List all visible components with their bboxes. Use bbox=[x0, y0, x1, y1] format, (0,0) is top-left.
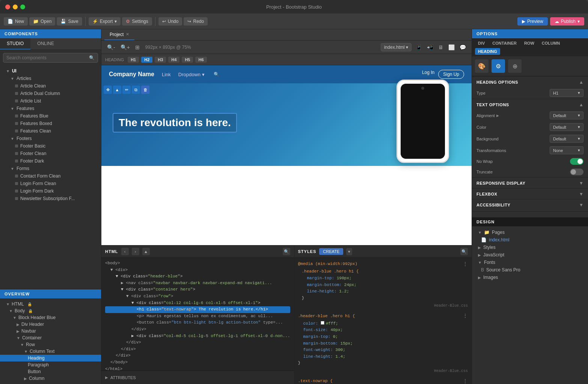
tree-login-form-dark[interactable]: Login Form Dark bbox=[0, 187, 101, 195]
design-index-html[interactable]: 📄 index.html bbox=[472, 236, 588, 244]
tree-newsletter-sub[interactable]: Newsletter Subscription F... bbox=[0, 195, 101, 202]
tree-footer-clean[interactable]: Footer Clean bbox=[0, 150, 101, 157]
tree-footer-dark[interactable]: Footer Dark bbox=[0, 157, 101, 165]
h5-button[interactable]: H5 bbox=[182, 57, 193, 63]
desktop-view-button[interactable]: 🖥 bbox=[436, 43, 445, 51]
tree-footer-basic[interactable]: Footer Basic bbox=[0, 142, 101, 150]
plus-circle-button[interactable]: ⊕ bbox=[508, 59, 522, 73]
ov-paragraph[interactable]: Paragraph bbox=[0, 361, 101, 368]
tree-features-category[interactable]: ▼ Features bbox=[0, 105, 101, 112]
tree-contact-form-clean[interactable]: Contact Form Clean bbox=[0, 172, 101, 180]
container-tab[interactable]: CONTAINER bbox=[489, 40, 520, 47]
h2-button[interactable]: H2 bbox=[141, 57, 152, 63]
css-menu-button[interactable]: ⋮ bbox=[463, 312, 468, 320]
responsive-arrow-icon[interactable]: ▼ bbox=[579, 181, 583, 186]
design-pages[interactable]: ▼ 📁 Pages bbox=[472, 229, 588, 236]
h6-button[interactable]: H6 bbox=[195, 57, 207, 63]
ov-button[interactable]: Button bbox=[0, 368, 101, 375]
tree-footers-category[interactable]: ▼ Footers bbox=[0, 135, 101, 142]
css-menu-button[interactable]: ⋮ bbox=[463, 377, 468, 384]
tree-forms-category[interactable]: ▼ Forms bbox=[0, 165, 101, 172]
row-tab[interactable]: ROW bbox=[521, 40, 537, 47]
no-wrap-toggle[interactable] bbox=[570, 158, 583, 165]
move-icon[interactable]: ✥ bbox=[104, 86, 112, 94]
export-button[interactable]: ⚡ Export ▾ bbox=[89, 17, 121, 26]
ov-column-text[interactable]: ▼ Column Text bbox=[0, 348, 101, 355]
ov-body[interactable]: ▼ Body 🔒 bbox=[0, 307, 101, 314]
redo-button[interactable]: ↪ Redo bbox=[184, 17, 208, 26]
html-forward-button[interactable]: › bbox=[132, 248, 139, 255]
div-tab[interactable]: DIV bbox=[475, 40, 488, 47]
tree-features-boxed[interactable]: Features Boxed bbox=[0, 120, 101, 127]
ov-row[interactable]: ▼ Row bbox=[0, 341, 101, 348]
ov-column[interactable]: ▶ Column bbox=[0, 375, 101, 382]
zoom-in-button[interactable]: 🔍+ bbox=[119, 43, 132, 51]
create-style-dropdown[interactable]: ▾ bbox=[346, 248, 352, 255]
code-line-selected[interactable]: <h1 class="text-nowrap"> The revolution … bbox=[105, 306, 290, 313]
ov-block-header-blue[interactable]: ▼ Block Header Blue bbox=[0, 314, 101, 321]
accessibility-arrow-icon[interactable]: ▼ bbox=[579, 202, 583, 208]
widescreen-view-button[interactable]: ⬜ bbox=[446, 43, 457, 51]
ov-navbar[interactable]: ▶ Navbar bbox=[0, 328, 101, 334]
heading-options-arrow-icon[interactable]: ▲ bbox=[579, 80, 583, 85]
design-styles[interactable]: ▶ Styles bbox=[472, 244, 588, 251]
online-tab[interactable]: ONLINE bbox=[30, 38, 61, 50]
studio-tab[interactable]: STUDIO bbox=[0, 38, 30, 50]
h1-button[interactable]: H1 bbox=[128, 57, 139, 63]
create-style-button[interactable]: CREATE bbox=[319, 248, 343, 255]
flexbox-arrow-icon[interactable]: ▼ bbox=[579, 191, 583, 197]
edit-icon[interactable]: ✏ bbox=[122, 86, 131, 94]
html-up-button[interactable]: ▲ bbox=[142, 248, 150, 255]
tree-article-clean[interactable]: Article Clean bbox=[0, 82, 101, 90]
ov-heading[interactable]: Heading bbox=[0, 355, 101, 361]
h3-button[interactable]: H3 bbox=[155, 57, 166, 63]
mobile-view-button[interactable]: 📱 bbox=[414, 43, 424, 51]
truncate-toggle[interactable] bbox=[570, 169, 583, 175]
ov-container[interactable]: ▼ Container bbox=[0, 334, 101, 341]
styles-search-button[interactable]: 🔍 bbox=[460, 248, 468, 255]
text-options-arrow-icon[interactable]: ▲ bbox=[579, 102, 583, 107]
file-select[interactable]: index.html ▾ bbox=[381, 43, 412, 51]
tab-close-icon[interactable]: ✕ bbox=[126, 32, 129, 37]
transformations-select[interactable]: None ▾ bbox=[550, 146, 583, 154]
gear-button[interactable]: ⚙ bbox=[492, 59, 505, 73]
settings-button[interactable]: ⚙ Settings bbox=[122, 17, 152, 26]
maximize-button[interactable] bbox=[20, 5, 25, 9]
design-images[interactable]: ▶ Images bbox=[472, 274, 588, 281]
html-search-button[interactable]: 🔍 bbox=[283, 248, 290, 255]
publish-button[interactable]: ☁ Publish ▾ bbox=[550, 17, 584, 26]
type-select[interactable]: H1 ▾ bbox=[550, 89, 583, 97]
comment-button[interactable]: 💬 bbox=[458, 43, 468, 51]
new-button[interactable]: 📄 New bbox=[4, 17, 28, 26]
minimize-button[interactable] bbox=[13, 5, 18, 9]
css-menu-button[interactable]: ⋮ bbox=[463, 260, 468, 268]
up-icon[interactable]: ▲ bbox=[113, 86, 121, 94]
delete-icon[interactable]: 🗑 bbox=[141, 86, 149, 94]
alignment-select[interactable]: Default ▾ bbox=[550, 111, 583, 119]
tree-article-dual-column[interactable]: Article Dual Column bbox=[0, 90, 101, 97]
column-tab[interactable]: COLUMN bbox=[539, 40, 563, 47]
html-back-button[interactable]: ‹ bbox=[121, 248, 129, 255]
tree-features-blue[interactable]: Features Blue bbox=[0, 112, 101, 120]
copy-icon[interactable]: ⧉ bbox=[132, 86, 140, 94]
save-button[interactable]: 💾 Save bbox=[57, 17, 82, 26]
tree-article-list[interactable]: Article List bbox=[0, 97, 101, 105]
tree-articles-category[interactable]: ▼ Articles bbox=[0, 75, 101, 82]
h4-button[interactable]: H4 bbox=[168, 57, 179, 63]
fit-button[interactable]: ⊞ bbox=[133, 43, 142, 51]
undo-button[interactable]: ↩ Undo bbox=[158, 17, 182, 26]
palette-button[interactable]: 🎨 bbox=[475, 59, 488, 73]
ov-div-header[interactable]: ▶ Div Header bbox=[0, 321, 101, 328]
zoom-out-button[interactable]: 🔍- bbox=[105, 43, 117, 51]
heading-tab[interactable]: HEADING bbox=[475, 48, 500, 55]
design-source-sans[interactable]: B Source Sans Pro bbox=[472, 266, 588, 274]
search-components-input[interactable] bbox=[6, 55, 89, 60]
tree-features-clean[interactable]: Features Clean bbox=[0, 127, 101, 135]
color-select[interactable]: Default ▾ bbox=[550, 123, 583, 131]
close-button[interactable] bbox=[5, 5, 10, 9]
background-select[interactable]: Default ▾ bbox=[550, 135, 583, 143]
tablet-view-button[interactable]: 📲 bbox=[425, 43, 435, 51]
ov-html[interactable]: ▼ HTML 🔒 bbox=[0, 301, 101, 307]
preview-button[interactable]: ▶ Preview bbox=[517, 17, 548, 26]
tree-login-form-clean[interactable]: Login Form Clean bbox=[0, 180, 101, 187]
